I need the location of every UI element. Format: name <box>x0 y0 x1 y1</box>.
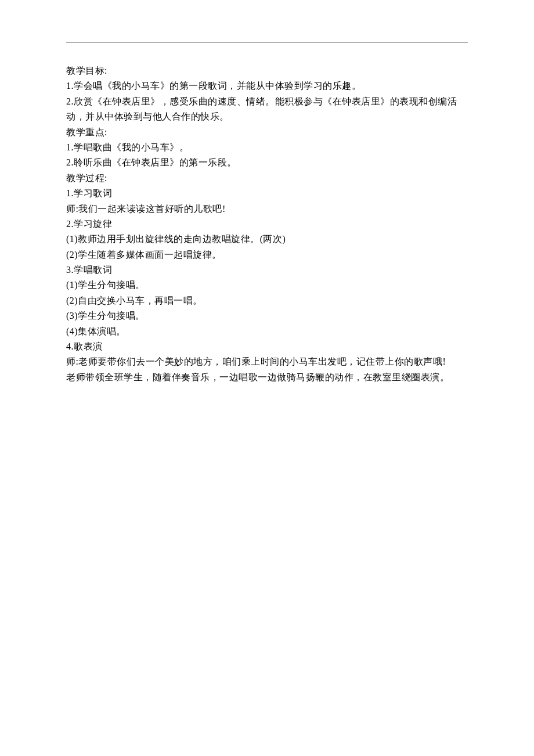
text-line: 1.学会唱《我的小马车》的第一段歌词，并能从中体验到学习的乐趣。 <box>66 78 468 93</box>
text-line: 教学重点: <box>66 125 468 140</box>
text-line: 2.欣赏《在钟表店里》，感受乐曲的速度、情绪。能积极参与《在钟表店里》的表现和创… <box>66 94 468 125</box>
text-line: (2)自由交换小马车，再唱一唱。 <box>66 293 468 308</box>
text-line: 师:老师要带你们去一个美妙的地方，咱们乘上时间的小马车出发吧，记住带上你的歌声哦… <box>66 354 468 369</box>
text-line: 1.学唱歌曲《我的小马车》。 <box>66 140 468 155</box>
text-line: 2.学习旋律 <box>66 217 468 232</box>
text-line: (1)教师边用手划出旋律线的走向边教唱旋律。(两次) <box>66 232 468 247</box>
text-line: 教学目标: <box>66 63 468 78</box>
text-line: (1)学生分句接唱。 <box>66 278 468 293</box>
text-line: 师:我们一起来读读这首好听的儿歌吧! <box>66 201 468 217</box>
text-line: 教学过程: <box>66 171 468 186</box>
document-content: 教学目标: 1.学会唱《我的小马车》的第一段歌词，并能从中体验到学习的乐趣。 2… <box>66 63 468 385</box>
text-line: 2.聆听乐曲《在钟表店里》的第一乐段。 <box>66 155 468 170</box>
text-line: (2)学生随着多媒体画面一起唱旋律。 <box>66 247 468 262</box>
text-line: 4.歌表演 <box>66 339 468 354</box>
text-line: 老师带领全班学生，随着伴奏音乐，一边唱歌一边做骑马扬鞭的动作，在教室里绕圈表演。 <box>66 370 468 385</box>
text-line: 1.学习歌词 <box>66 186 468 201</box>
text-line: (4)集体演唱。 <box>66 324 468 339</box>
text-line: 3.学唱歌词 <box>66 262 468 278</box>
top-divider <box>66 42 468 42</box>
text-line: (3)学生分句接唱。 <box>66 308 468 323</box>
